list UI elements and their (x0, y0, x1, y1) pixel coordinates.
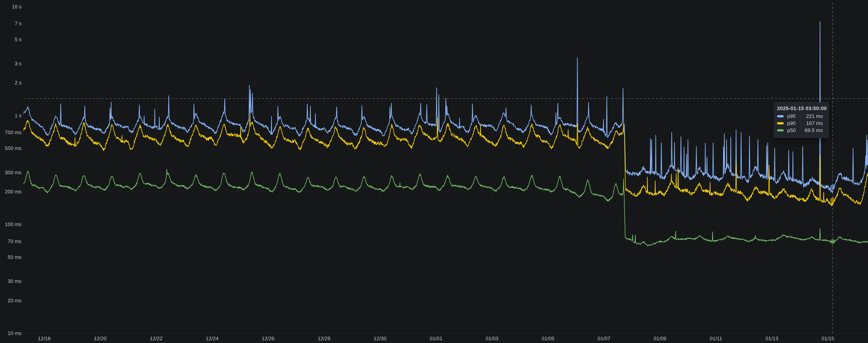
series-color-swatch-p95 (777, 115, 784, 117)
series-color-swatch-p90 (777, 122, 784, 124)
tooltip-row: p95 221 ms (777, 113, 826, 120)
tooltip-timestamp: 2025-01-15 03:50:00 (777, 105, 826, 112)
series-color-swatch-p50 (777, 129, 784, 131)
grafana-timeseries-panel: 10 s7 s5 s3 s2 s1 s700 ms500 ms300 ms200… (0, 0, 868, 343)
tooltip-series-value: 221 ms (806, 113, 826, 119)
chart-tooltip: 2025-01-15 03:50:00 p95 221 ms p90 167 m… (774, 102, 829, 138)
latency-chart-canvas[interactable] (0, 0, 868, 343)
tooltip-row: p50 69.5 ms (777, 127, 826, 134)
tooltip-row: p90 167 ms (777, 120, 826, 127)
tooltip-series-label: p90 (787, 120, 796, 126)
tooltip-series-label: p95 (787, 113, 796, 119)
tooltip-series-label: p50 (787, 127, 796, 133)
tooltip-series-value: 167 ms (806, 120, 826, 126)
tooltip-series-value: 69.5 ms (805, 127, 826, 133)
